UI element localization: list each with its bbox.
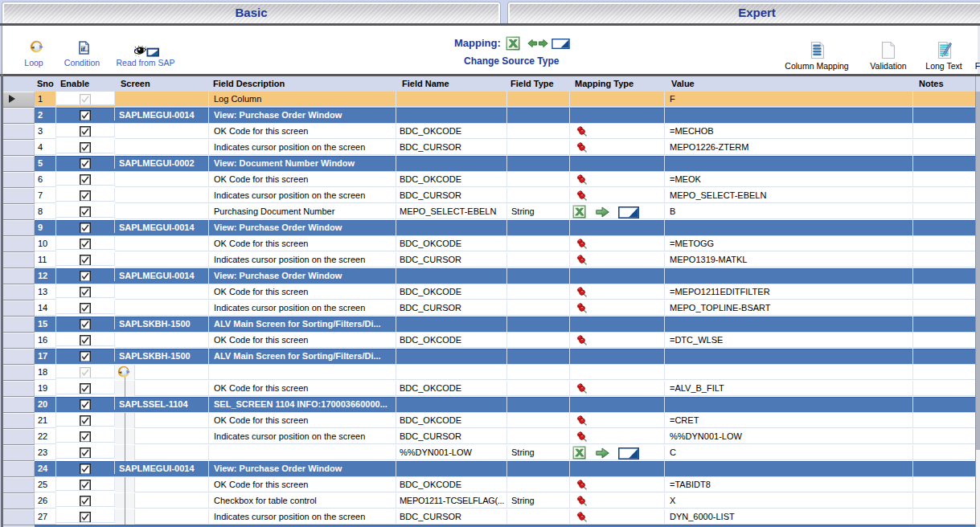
svg-text:if..: if.. — [81, 45, 88, 53]
